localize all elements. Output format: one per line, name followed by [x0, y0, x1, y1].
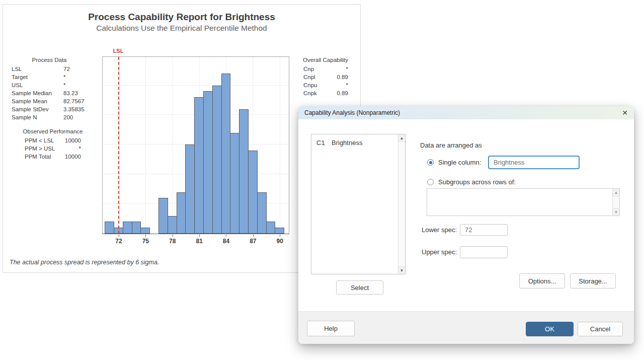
stat-row: USL*	[12, 81, 87, 89]
gridline	[103, 85, 289, 86]
single-column-radio[interactable]	[427, 159, 434, 166]
histogram-bar	[230, 133, 239, 234]
observed-performance-table: Observed Performance PPM < LSL10000PPM >…	[20, 127, 86, 161]
subgroups-input[interactable]: ▲ ▼	[427, 188, 620, 216]
report-subtitle: Calculations Use the Empirical Percentil…	[3, 24, 360, 33]
axis-tick-label: 87	[245, 238, 262, 245]
stat-row: Target*	[12, 73, 87, 81]
histogram-bar	[266, 222, 275, 234]
overall-capability-table: Overall Capability Cnp*Cnpl0.89Cnpu*Cnpk…	[299, 56, 352, 97]
stat-row: PPM Total10000	[20, 153, 86, 161]
histogram-bar	[132, 222, 141, 234]
axis-tick-label: 75	[137, 238, 154, 245]
options-button[interactable]: Options...	[519, 273, 565, 289]
overall-capability-title: Overall Capability	[299, 56, 352, 64]
axis-tick-label: 81	[191, 238, 208, 245]
histogram-bar	[257, 192, 267, 234]
histogram-bar	[158, 198, 168, 234]
dialog-titlebar: Capability Analysis (Nonparametric) ✕	[298, 106, 634, 119]
ok-button[interactable]: OK	[526, 322, 574, 336]
upper-spec-label: Upper spec:	[422, 248, 457, 256]
stat-row: LSL72	[12, 65, 87, 73]
histogram-bar	[221, 74, 230, 234]
histogram-bar	[212, 86, 222, 234]
single-column-input[interactable]: Brightness	[488, 156, 580, 169]
sigma-footnote: The actual process spread is represented…	[10, 259, 159, 266]
report-title: Process Capability Report for Brightness	[3, 12, 360, 23]
process-data-title: Process Data	[12, 56, 87, 64]
storage-button[interactable]: Storage...	[570, 273, 616, 289]
cancel-button[interactable]: Cancel	[578, 322, 623, 336]
stat-row: Sample Mean82.7567	[12, 97, 87, 105]
help-button[interactable]: Help	[307, 321, 355, 336]
upper-spec-input[interactable]	[460, 246, 508, 258]
histogram-bar	[168, 216, 177, 234]
process-data-rows: LSL72Target*USL*Sample Median83.23Sample…	[12, 65, 87, 121]
axis-tick	[280, 235, 280, 237]
overall-capability-rows: Cnp*Cnpl0.89Cnpu*Cnpk0.89	[299, 65, 352, 97]
lower-spec-input[interactable]: 72	[460, 224, 508, 236]
gridline	[172, 57, 173, 234]
gridline	[280, 57, 280, 234]
axis-tick	[145, 235, 146, 237]
histogram-plot	[102, 56, 289, 234]
stat-row: Cnpu*	[299, 81, 352, 89]
capability-analysis-dialog: Capability Analysis (Nonparametric) ✕ C1…	[298, 106, 634, 344]
subgroups-radio[interactable]	[427, 179, 434, 185]
histogram-bar	[105, 222, 114, 234]
axis-tick	[253, 235, 254, 237]
stat-row: Sample Median83.23	[12, 89, 87, 97]
list-item[interactable]: C1Brightness	[311, 134, 405, 147]
column-name: Brightness	[332, 139, 362, 147]
subgroups-label: Subgroups across rows of:	[438, 178, 516, 186]
stat-row: Cnp*	[299, 65, 352, 73]
axis-tick-label: 84	[217, 238, 234, 245]
observed-performance-title: Observed Performance	[20, 127, 86, 135]
select-button[interactable]: Select	[336, 280, 383, 295]
histogram-bar	[248, 151, 258, 234]
stat-row: PPM < LSL10000	[20, 136, 86, 145]
lsl-reference-line	[118, 57, 119, 234]
histogram-bar	[177, 192, 186, 234]
scroll-down-icon[interactable]: ▼	[613, 208, 619, 215]
lsl-reference-label: LSL	[111, 48, 126, 54]
histogram-chart: LSL 72757881848790	[102, 48, 289, 246]
scroll-up-icon[interactable]: ▲	[398, 134, 405, 142]
histogram-bar	[140, 228, 150, 234]
histogram-bar	[275, 228, 284, 234]
axis-tick-label: 78	[164, 238, 181, 245]
axis-tick-label: 72	[110, 238, 127, 245]
axis-tick	[199, 235, 200, 237]
column-id: C1	[316, 139, 332, 147]
stat-row: Sample N200	[12, 113, 87, 121]
stat-row: Sample StDev3.35835	[12, 105, 87, 113]
data-arranged-label: Data are arranged as	[420, 141, 482, 149]
column-listbox[interactable]: C1Brightness ▲ ▼	[311, 134, 406, 274]
dialog-title: Capability Analysis (Nonparametric)	[304, 109, 400, 116]
single-column-label: Single column:	[438, 159, 481, 166]
scroll-up-icon[interactable]: ▲	[613, 189, 619, 196]
histogram-bar	[239, 109, 249, 234]
process-data-table: Process Data LSL72Target*USL*Sample Medi…	[12, 56, 87, 121]
histogram-bar	[194, 97, 204, 234]
axis-tick	[173, 235, 173, 237]
axis-tick	[226, 235, 226, 237]
observed-performance-rows: PPM < LSL10000PPM > USL*PPM Total10000	[20, 136, 86, 161]
lower-spec-label: Lower spec:	[422, 226, 457, 234]
stat-row: Cnpk0.89	[299, 89, 352, 97]
listbox-scrollbar[interactable]: ▲ ▼	[398, 134, 405, 274]
histogram-bar	[123, 222, 132, 234]
subgroups-scrollbar[interactable]: ▲ ▼	[612, 189, 619, 215]
stat-row: PPM > USL*	[20, 145, 86, 153]
histogram-bar	[185, 145, 195, 234]
histogram-bar	[203, 91, 213, 234]
gridline	[145, 57, 146, 234]
axis-tick	[119, 235, 119, 237]
stat-row: Cnpl0.89	[299, 73, 352, 81]
axis-tick-label: 90	[271, 238, 288, 245]
close-icon[interactable]: ✕	[622, 109, 628, 116]
scroll-down-icon[interactable]: ▼	[398, 266, 405, 274]
